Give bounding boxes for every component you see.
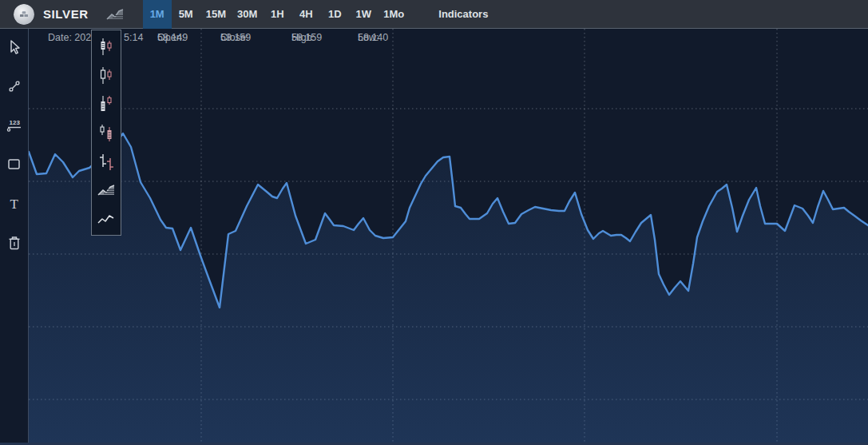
time-fragment: 5:14 (124, 32, 143, 43)
ohlc-bars-icon (97, 151, 115, 172)
area-chart-icon (105, 7, 125, 21)
menu-item-area[interactable] (92, 176, 121, 205)
chart-type-menu (91, 30, 121, 236)
area-fill (29, 133, 868, 445)
trend-line-tool-icon[interactable] (5, 77, 24, 96)
cursor-tool-icon[interactable] (5, 38, 24, 57)
trading-app-window: Date: 2025-1 5:14 Open:58.149 Close:58.1… (0, 0, 868, 445)
rectangle-tool-icon[interactable] (5, 155, 24, 174)
menu-item-hollow-candles[interactable] (92, 61, 121, 89)
symbol-name: SILVER (43, 7, 89, 21)
timeframe-1h[interactable]: 1H (263, 0, 291, 29)
candles-up-icon (97, 93, 115, 114)
timeframe-1mo[interactable]: 1Mo (378, 0, 410, 29)
menu-item-candles-up[interactable] (92, 89, 121, 118)
area-chart-icon (97, 183, 116, 197)
top-toolbar: SILVER 1M 5M 15M 30M 1H 4H 1D 1W 1Mo Ind… (0, 0, 868, 29)
drawing-toolbar: 123 T (0, 29, 29, 445)
hollow-candles-icon (97, 65, 115, 85)
menu-item-line[interactable] (92, 205, 121, 233)
candles-down-icon (97, 122, 115, 143)
timeframe-5m[interactable]: 5M (172, 0, 200, 29)
price-chart[interactable] (0, 0, 868, 445)
indicators-button[interactable]: Indicators (432, 0, 494, 29)
text-tool-icon[interactable]: T (5, 194, 24, 213)
timeframe-4h[interactable]: 4H (291, 0, 320, 29)
price-measure-tool-icon[interactable]: 123 (5, 116, 24, 135)
menu-item-candles-down[interactable] (92, 118, 121, 147)
timeframe-30m[interactable]: 30M (232, 0, 263, 29)
silver-logo (14, 4, 34, 25)
chart-type-button[interactable] (103, 0, 127, 29)
svg-text:123: 123 (9, 119, 20, 126)
candles-icon (97, 36, 115, 57)
timeframe-1w[interactable]: 1W (349, 0, 378, 29)
timeframe-group: 1M 5M 15M 30M 1H 4H 1D 1W 1Mo (143, 0, 410, 29)
menu-item-candles[interactable] (92, 32, 121, 61)
svg-text:T: T (10, 197, 18, 212)
timeframe-1m[interactable]: 1M (143, 0, 172, 29)
timeframe-15m[interactable]: 15M (200, 0, 232, 29)
timeframe-1d[interactable]: 1D (320, 0, 349, 29)
menu-item-ohlc-bars[interactable] (92, 147, 121, 176)
delete-tool-icon[interactable] (5, 233, 24, 252)
line-chart-icon (97, 212, 116, 226)
